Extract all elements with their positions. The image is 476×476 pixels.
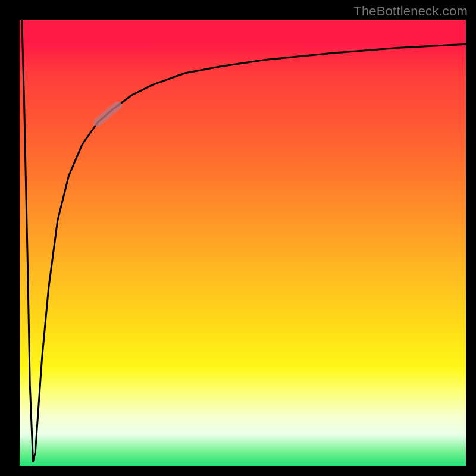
chart-frame: TheBottleneck.com [0,0,476,476]
curve-path [22,20,466,462]
frame-border-bottom [0,466,476,476]
curve-highlight [98,105,118,122]
frame-border-left [0,0,20,476]
watermark-text: TheBottleneck.com [353,4,468,19]
plot-area [20,20,466,466]
frame-border-right [466,0,476,476]
bottleneck-curve [20,20,466,466]
